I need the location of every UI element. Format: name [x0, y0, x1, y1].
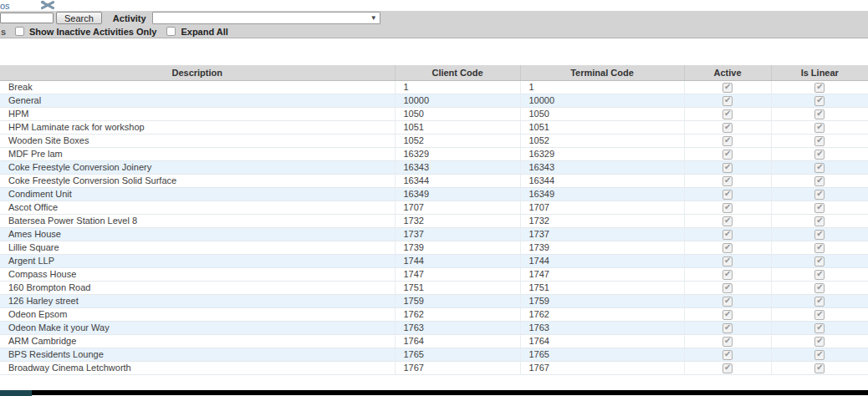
active-cell: ✔ — [684, 241, 771, 254]
column-header-terminal-code[interactable]: Terminal Code — [520, 65, 684, 80]
is-linear-cell: ✔ — [771, 94, 868, 107]
terminal-code-cell: 1751 — [520, 281, 684, 294]
terminal-code-cell: 1747 — [520, 267, 684, 281]
table-row[interactable]: HPM Laminate rack for workshop10511051✔✔ — [0, 120, 868, 134]
column-header-is-linear[interactable]: Is Linear — [771, 65, 868, 80]
check-icon: ✔ — [816, 363, 823, 372]
active-checkbox: ✔ — [722, 109, 733, 119]
table-row[interactable]: Ames House17371737✔✔ — [0, 227, 868, 241]
check-icon: ✔ — [724, 322, 731, 332]
check-icon: ✔ — [816, 349, 823, 358]
active-checkbox: ✔ — [722, 230, 733, 240]
table-row[interactable]: 126 Harley street17591759✔✔ — [0, 294, 868, 307]
activity-select[interactable]: ▼ — [152, 12, 380, 24]
check-icon: ✔ — [724, 149, 731, 158]
description-cell: HPM Laminate rack for workshop — [0, 120, 395, 134]
partial-tab-link[interactable]: os — [0, 1, 10, 11]
column-header-description[interactable]: Description — [0, 65, 395, 80]
terminal-code-cell: 1764 — [520, 334, 684, 348]
table-row[interactable]: 160 Brompton Road17511751✔✔ — [0, 281, 868, 294]
table-row[interactable]: Odeon Make it your Way17631763✔✔ — [0, 321, 868, 334]
client-code-cell: 1759 — [395, 294, 520, 307]
is-linear-checkbox: ✔ — [814, 337, 825, 347]
active-checkbox: ✔ — [722, 163, 733, 173]
is-linear-checkbox: ✔ — [814, 230, 825, 240]
active-checkbox: ✔ — [722, 337, 733, 347]
activity-label: Activity — [113, 13, 146, 23]
check-icon: ✔ — [816, 269, 823, 278]
description-cell: Coke Freestyle Conversion Solid Surface — [0, 174, 395, 187]
client-code-cell: 1744 — [395, 254, 520, 267]
table-row[interactable]: Break11✔✔ — [0, 80, 868, 94]
active-cell: ✔ — [684, 281, 771, 294]
terminal-code-cell: 1762 — [520, 307, 684, 321]
active-checkbox: ✔ — [722, 363, 733, 373]
active-cell: ✔ — [684, 227, 771, 241]
is-linear-cell: ✔ — [771, 134, 868, 147]
activities-table-body: Break11✔✔General1000010000✔✔HPM10501050✔… — [0, 80, 868, 374]
terminal-code-cell: 1744 — [520, 254, 684, 267]
table-row[interactable]: Argent LLP17441744✔✔ — [0, 254, 868, 267]
terminal-code-cell: 1707 — [520, 201, 684, 214]
is-linear-checkbox: ✔ — [814, 363, 825, 373]
table-row[interactable]: Odeon Epsom17621762✔✔ — [0, 307, 868, 321]
active-cell: ✔ — [684, 187, 771, 201]
description-cell: BPS Residents Lounge — [0, 348, 395, 361]
search-input[interactable] — [0, 13, 54, 23]
active-checkbox: ✔ — [722, 96, 733, 106]
table-row[interactable]: BPS Residents Lounge17651765✔✔ — [0, 348, 868, 361]
description-cell: HPM — [0, 107, 395, 120]
expand-all-checkbox[interactable] — [166, 27, 176, 36]
active-cell: ✔ — [684, 267, 771, 281]
is-linear-cell: ✔ — [771, 307, 868, 321]
table-row[interactable]: Ascot Office17071707✔✔ — [0, 201, 868, 214]
client-code-cell: 16344 — [395, 174, 520, 187]
description-cell: Argent LLP — [0, 254, 395, 267]
table-row[interactable]: ARM Cambridge17641764✔✔ — [0, 334, 868, 348]
check-icon: ✔ — [724, 95, 731, 104]
check-icon: ✔ — [816, 82, 823, 91]
table-row[interactable]: HPM10501050✔✔ — [0, 107, 868, 120]
is-linear-cell: ✔ — [771, 147, 868, 160]
check-icon: ✔ — [816, 296, 823, 305]
table-row[interactable]: Condiment Unit1634916349✔✔ — [0, 187, 868, 201]
client-code-cell: 1764 — [395, 334, 520, 348]
table-row[interactable]: Compass House17471747✔✔ — [0, 267, 868, 281]
table-row[interactable]: Coke Freestyle Conversion Solid Surface1… — [0, 174, 868, 187]
client-code-cell: 1707 — [395, 201, 520, 214]
is-linear-cell: ✔ — [771, 201, 868, 214]
check-icon: ✔ — [816, 135, 823, 145]
is-linear-checkbox: ✔ — [814, 150, 825, 160]
table-row[interactable]: Coke Freestyle Conversion Joinery1634316… — [0, 160, 868, 174]
show-inactive-checkbox[interactable] — [15, 27, 24, 36]
check-icon: ✔ — [724, 296, 731, 305]
check-icon: ✔ — [724, 109, 731, 118]
table-row[interactable]: Batersea Power Station Level 817321732✔✔ — [0, 214, 868, 227]
description-cell: Coke Freestyle Conversion Joinery — [0, 160, 395, 174]
active-checkbox: ✔ — [722, 176, 733, 186]
table-row[interactable]: Lillie Square17391739✔✔ — [0, 241, 868, 254]
active-cell: ✔ — [684, 160, 771, 174]
is-linear-checkbox: ✔ — [814, 310, 825, 320]
check-icon: ✔ — [724, 349, 731, 358]
is-linear-checkbox: ✔ — [814, 83, 825, 93]
is-linear-cell: ✔ — [771, 334, 868, 348]
client-code-cell: 1747 — [395, 267, 520, 281]
check-icon: ✔ — [816, 229, 823, 238]
column-header-client-code[interactable]: Client Code — [395, 65, 520, 80]
column-header-active[interactable]: Active — [684, 65, 771, 80]
table-row[interactable]: General1000010000✔✔ — [0, 94, 868, 107]
description-cell: Break — [0, 80, 395, 94]
table-row[interactable]: Wooden Site Boxes10521052✔✔ — [0, 134, 868, 147]
tools-icon[interactable] — [41, 0, 54, 10]
check-icon: ✔ — [816, 95, 823, 104]
check-icon: ✔ — [724, 336, 731, 345]
description-cell: Compass House — [0, 267, 395, 281]
table-row[interactable]: MDF Pre lam1632916329✔✔ — [0, 147, 868, 160]
horizontal-scrollbar[interactable] — [32, 390, 868, 395]
is-linear-checkbox: ✔ — [814, 323, 825, 333]
is-linear-checkbox: ✔ — [814, 350, 825, 360]
table-row[interactable]: Broadway Cinema Letchworth17671767✔✔ — [0, 361, 868, 374]
active-checkbox: ✔ — [722, 243, 733, 253]
search-button[interactable]: Search — [56, 12, 102, 24]
